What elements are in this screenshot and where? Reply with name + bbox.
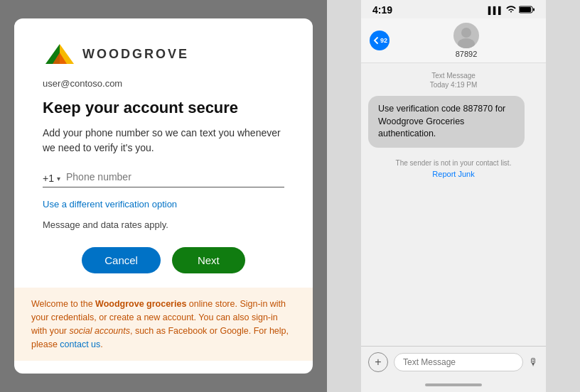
microphone-icon[interactable]: 🎙 — [529, 356, 539, 368]
messages-area: Text Message Today 4:19 PM Use verificat… — [361, 63, 546, 346]
footer-contact-link[interactable]: contact us — [60, 339, 100, 349]
report-junk-link[interactable]: Report Junk — [432, 170, 474, 178]
different-verification-link[interactable]: Use a different verification option — [43, 199, 284, 209]
svg-rect-4 — [520, 7, 531, 12]
battery-icon — [519, 6, 535, 15]
button-row: Cancel Next — [43, 247, 284, 273]
contact-avatar — [453, 23, 479, 48]
sender-notice: The sender is not in your contact list. — [396, 159, 512, 167]
footer-text4: . — [100, 339, 102, 349]
signal-icon: ▌▌▌ — [488, 6, 503, 14]
back-label: 92 — [380, 37, 387, 44]
logo-area: WOODGROVE — [43, 41, 284, 67]
status-bar: 4:19 ▌▌▌ — [361, 0, 546, 18]
text-message-input[interactable] — [394, 353, 523, 371]
back-button[interactable]: 92 — [370, 31, 390, 50]
svg-point-7 — [458, 38, 475, 48]
phone-mockup: 4:19 ▌▌▌ 92 — [361, 0, 546, 392]
sms-bubble: Use verification code 887870 for Woodgro… — [368, 96, 525, 148]
phone-input-row: +1 ▾ — [43, 170, 284, 187]
left-panel: WOODGROVE user@contoso.com Keep your acc… — [0, 0, 327, 392]
card-title: Keep your account secure — [43, 99, 284, 117]
message-type-label: Text Message — [431, 72, 476, 80]
logo-text: WOODGROVE — [82, 47, 189, 62]
country-code-selector[interactable]: +1 ▾ — [43, 173, 60, 184]
footer-text-pre: Welcome to the — [31, 299, 95, 309]
chevron-down-icon: ▾ — [57, 175, 60, 183]
status-icons: ▌▌▌ — [488, 6, 535, 15]
card-footer: Welcome to the Woodgrove groceries onlin… — [14, 288, 313, 361]
home-bar — [361, 378, 546, 392]
svg-point-6 — [461, 28, 471, 38]
country-code-value: +1 — [43, 173, 54, 184]
svg-rect-5 — [533, 8, 535, 11]
contact-number: 87892 — [456, 50, 478, 58]
card: WOODGROVE user@contoso.com Keep your acc… — [14, 18, 313, 374]
rates-notice: Message and data rates apply. — [43, 219, 284, 230]
home-indicator — [425, 383, 482, 386]
right-panel: 4:19 ▌▌▌ 92 — [327, 0, 580, 392]
cancel-button[interactable]: Cancel — [82, 247, 161, 273]
phone-number-input[interactable] — [66, 170, 284, 184]
message-timestamp: Today 4:19 PM — [430, 81, 478, 89]
wifi-icon — [506, 6, 516, 15]
woodgrove-logo-icon — [43, 41, 77, 67]
add-attachment-button[interactable]: + — [368, 352, 388, 372]
footer-social: social accounts — [70, 326, 130, 336]
user-email: user@contoso.com — [43, 78, 284, 89]
message-input-bar: + 🎙 — [361, 346, 546, 378]
contact-info: 87892 — [395, 23, 537, 58]
phone-nav-bar: 92 87892 — [361, 18, 546, 63]
card-description: Add your phone number so we can text you… — [43, 126, 284, 156]
footer-brand: Woodgrove groceries — [95, 299, 186, 309]
status-time: 4:19 — [372, 4, 392, 16]
next-button[interactable]: Next — [172, 247, 245, 273]
